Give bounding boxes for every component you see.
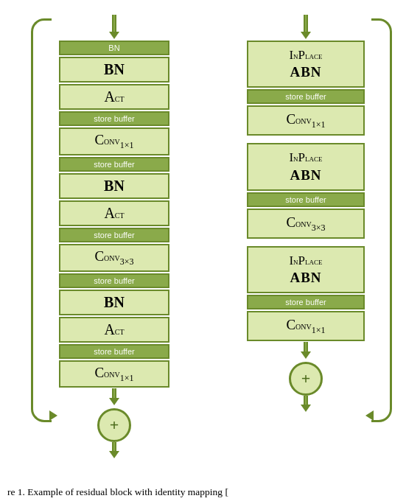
store-buffer-2: store buffer — [59, 111, 169, 126]
block-inplace-abn-2: InPlace ABN — [247, 143, 365, 190]
bottom-arrow-right — [301, 351, 311, 359]
below-circle-arrow-right — [301, 405, 311, 412]
block-conv3x3-r1: Conv3×3 — [247, 209, 365, 239]
block-act-3: Act — [59, 317, 169, 343]
store-buffer-r1: store buffer — [247, 89, 365, 104]
block-conv1x1-2: Conv1×1 — [59, 360, 169, 388]
store-buffer-1: BN — [59, 41, 169, 55]
block-inplace-abn-1: InPlace ABN — [247, 41, 365, 88]
store-buffer-r2: store buffer — [247, 192, 365, 207]
store-buffer-r3: store buffer — [247, 295, 365, 309]
top-arrow-right — [301, 32, 311, 39]
store-buffer-6: store buffer — [59, 344, 169, 359]
store-buffer-3: store buffer — [59, 157, 169, 172]
top-pipe-left — [112, 15, 116, 33]
block-bn-1: BN — [59, 57, 169, 83]
block-conv1x1-1: Conv1×1 — [59, 127, 169, 155]
block-act-1: Act — [59, 84, 169, 110]
below-circle-arrow-left — [109, 451, 119, 458]
caption: re 1. Example of residual block with ide… — [0, 486, 420, 498]
right-column: InPlace ABN store buffer Conv1×1 InPlace… — [236, 15, 376, 412]
store-buffer-5: store buffer — [59, 273, 169, 288]
bottom-arrow-left — [109, 398, 119, 405]
block-act-2: Act — [59, 200, 169, 226]
block-inplace-abn-3: InPlace ABN — [247, 246, 365, 293]
plus-circle-left: + — [97, 408, 131, 442]
block-bn-3: BN — [59, 290, 169, 315]
block-conv3x3-1: Conv3×3 — [59, 244, 169, 272]
block-conv1x1-r1: Conv1×1 — [247, 105, 365, 136]
block-bn-2: BN — [59, 173, 169, 199]
plus-circle-right: + — [289, 362, 323, 396]
left-column: BN BN Act store buffer Conv1×1 store buf… — [44, 15, 184, 458]
store-buffer-4: store buffer — [59, 228, 169, 242]
top-pipe-right — [304, 15, 308, 33]
block-conv1x1-r2: Conv1×1 — [247, 311, 365, 341]
top-arrow-left — [109, 32, 119, 39]
diagram: BN BN Act store buffer Conv1×1 store buf… — [0, 0, 420, 472]
